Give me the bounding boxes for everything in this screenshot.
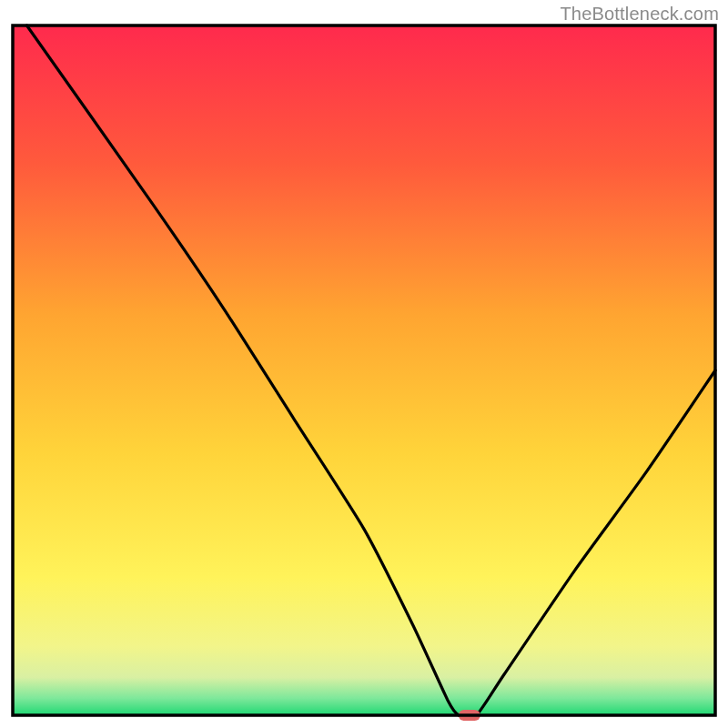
svg-rect-0 <box>13 25 715 715</box>
chart-svg <box>0 0 728 728</box>
bottleneck-chart: TheBottleneck.com <box>0 0 728 728</box>
watermark-text: TheBottleneck.com <box>560 4 719 25</box>
